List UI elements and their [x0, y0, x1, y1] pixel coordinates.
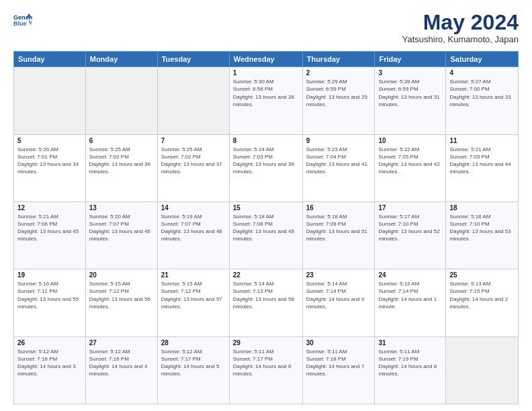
- cell-details: Sunrise: 5:27 AMSunset: 7:00 PMDaylight:…: [449, 78, 515, 108]
- calendar-cell: 7Sunrise: 5:25 AMSunset: 7:02 PMDaylight…: [157, 134, 229, 201]
- calendar-cell: 24Sunrise: 5:13 AMSunset: 7:14 PMDayligh…: [375, 269, 446, 336]
- cell-details: Sunrise: 5:18 AMSunset: 7:09 PMDaylight:…: [306, 213, 371, 243]
- calendar-cell: 21Sunrise: 5:15 AMSunset: 7:12 PMDayligh…: [157, 269, 229, 336]
- cell-details: Sunrise: 5:12 AMSunset: 7:16 PMDaylight:…: [89, 348, 154, 378]
- day-header-thursday: Thursday: [302, 52, 375, 67]
- cell-details: Sunrise: 5:17 AMSunset: 7:10 PMDaylight:…: [378, 213, 442, 243]
- calendar-cell: 19Sunrise: 5:16 AMSunset: 7:11 PMDayligh…: [14, 269, 86, 336]
- cell-details: Sunrise: 5:13 AMSunset: 7:15 PMDaylight:…: [449, 280, 515, 310]
- day-header-sunday: Sunday: [14, 52, 86, 67]
- day-number: 21: [161, 271, 226, 279]
- cell-details: Sunrise: 5:21 AMSunset: 7:06 PMDaylight:…: [17, 213, 82, 243]
- cell-details: Sunrise: 5:12 AMSunset: 7:17 PMDaylight:…: [161, 348, 226, 378]
- cell-details: Sunrise: 5:11 AMSunset: 7:18 PMDaylight:…: [306, 348, 371, 378]
- day-number: 18: [449, 204, 515, 212]
- cell-details: Sunrise: 5:16 AMSunset: 7:11 PMDaylight:…: [17, 280, 82, 310]
- day-number: 6: [89, 137, 154, 144]
- cell-details: Sunrise: 5:20 AMSunset: 7:07 PMDaylight:…: [89, 213, 154, 243]
- cell-details: Sunrise: 5:14 AMSunset: 7:13 PMDaylight:…: [233, 280, 299, 310]
- calendar-cell: 12Sunrise: 5:21 AMSunset: 7:06 PMDayligh…: [14, 201, 86, 269]
- cell-details: Sunrise: 5:11 AMSunset: 7:19 PMDaylight:…: [378, 348, 442, 378]
- calendar-cell: [14, 67, 86, 134]
- day-number: 10: [378, 137, 442, 144]
- subtitle: Yatsushiro, Kumamoto, Japan: [402, 34, 519, 44]
- calendar-cell: 31Sunrise: 5:11 AMSunset: 7:19 PMDayligh…: [375, 336, 446, 404]
- day-number: 15: [233, 204, 299, 212]
- calendar-cell: 26Sunrise: 5:12 AMSunset: 7:16 PMDayligh…: [14, 336, 86, 404]
- day-number: 2: [306, 69, 371, 77]
- calendar-cell: 27Sunrise: 5:12 AMSunset: 7:16 PMDayligh…: [85, 336, 157, 404]
- cell-details: Sunrise: 5:16 AMSunset: 7:10 PMDaylight:…: [449, 213, 515, 243]
- calendar-cell: 6Sunrise: 5:25 AMSunset: 7:02 PMDaylight…: [85, 134, 157, 201]
- cell-details: Sunrise: 5:18 AMSunset: 7:08 PMDaylight:…: [233, 213, 299, 243]
- cell-details: Sunrise: 5:22 AMSunset: 7:05 PMDaylight:…: [378, 146, 442, 176]
- calendar-cell: 2Sunrise: 5:29 AMSunset: 6:59 PMDaylight…: [302, 67, 375, 134]
- day-number: 13: [89, 204, 154, 212]
- cell-details: Sunrise: 5:19 AMSunset: 7:07 PMDaylight:…: [161, 213, 226, 243]
- cell-details: Sunrise: 5:21 AMSunset: 7:05 PMDaylight:…: [449, 146, 515, 176]
- calendar-cell: 9Sunrise: 5:23 AMSunset: 7:04 PMDaylight…: [302, 134, 375, 201]
- day-header-monday: Monday: [85, 52, 157, 67]
- page: General Blue May 2024 Yatsushiro, Kumamo…: [0, 0, 532, 411]
- day-number: 4: [449, 69, 515, 77]
- calendar-cell: 20Sunrise: 5:15 AMSunset: 7:12 PMDayligh…: [85, 269, 157, 336]
- svg-text:Blue: Blue: [13, 20, 27, 27]
- calendar-cell: 25Sunrise: 5:13 AMSunset: 7:15 PMDayligh…: [446, 269, 519, 336]
- day-number: 19: [17, 271, 82, 279]
- calendar-cell: 17Sunrise: 5:17 AMSunset: 7:10 PMDayligh…: [375, 201, 446, 269]
- calendar-cell: 14Sunrise: 5:19 AMSunset: 7:07 PMDayligh…: [157, 201, 229, 269]
- day-header-tuesday: Tuesday: [157, 52, 229, 67]
- cell-details: Sunrise: 5:15 AMSunset: 7:12 PMDaylight:…: [89, 280, 154, 310]
- day-number: 25: [449, 271, 515, 279]
- header: General Blue May 2024 Yatsushiro, Kumamo…: [13, 11, 519, 44]
- day-number: 12: [17, 204, 82, 212]
- calendar-cell: 30Sunrise: 5:11 AMSunset: 7:18 PMDayligh…: [302, 336, 375, 404]
- calendar-cell: [85, 67, 157, 134]
- calendar-cell: 5Sunrise: 5:26 AMSunset: 7:01 PMDaylight…: [14, 134, 86, 201]
- calendar-cell: 18Sunrise: 5:16 AMSunset: 7:10 PMDayligh…: [446, 201, 519, 269]
- day-number: 16: [306, 204, 371, 212]
- day-number: 20: [89, 271, 154, 279]
- calendar-table: SundayMondayTuesdayWednesdayThursdayFrid…: [13, 51, 519, 404]
- day-number: 17: [378, 204, 442, 212]
- calendar-cell: 28Sunrise: 5:12 AMSunset: 7:17 PMDayligh…: [157, 336, 229, 404]
- cell-details: Sunrise: 5:25 AMSunset: 7:02 PMDaylight:…: [161, 146, 226, 176]
- day-number: 27: [89, 339, 154, 347]
- cell-details: Sunrise: 5:24 AMSunset: 7:03 PMDaylight:…: [233, 146, 299, 176]
- calendar-cell: 29Sunrise: 5:11 AMSunset: 7:17 PMDayligh…: [229, 336, 302, 404]
- cell-details: Sunrise: 5:28 AMSunset: 6:59 PMDaylight:…: [378, 78, 442, 108]
- day-number: 22: [233, 271, 299, 279]
- cell-details: Sunrise: 5:12 AMSunset: 7:16 PMDaylight:…: [17, 348, 82, 378]
- logo-icon: General Blue: [13, 11, 32, 30]
- day-number: 31: [378, 339, 442, 347]
- calendar-cell: 15Sunrise: 5:18 AMSunset: 7:08 PMDayligh…: [229, 201, 302, 269]
- day-number: 14: [161, 204, 226, 212]
- day-number: 23: [306, 271, 371, 279]
- day-number: 28: [161, 339, 226, 347]
- calendar-cell: [157, 67, 229, 134]
- day-number: 3: [378, 69, 442, 77]
- day-number: 11: [449, 137, 515, 144]
- cell-details: Sunrise: 5:25 AMSunset: 7:02 PMDaylight:…: [89, 146, 154, 176]
- logo: General Blue: [13, 11, 32, 30]
- calendar-cell: 22Sunrise: 5:14 AMSunset: 7:13 PMDayligh…: [229, 269, 302, 336]
- calendar-cell: 16Sunrise: 5:18 AMSunset: 7:09 PMDayligh…: [302, 201, 375, 269]
- calendar-cell: 11Sunrise: 5:21 AMSunset: 7:05 PMDayligh…: [446, 134, 519, 201]
- calendar-cell: 8Sunrise: 5:24 AMSunset: 7:03 PMDaylight…: [229, 134, 302, 201]
- calendar-cell: 3Sunrise: 5:28 AMSunset: 6:59 PMDaylight…: [375, 67, 446, 134]
- title-block: May 2024 Yatsushiro, Kumamoto, Japan: [402, 11, 519, 44]
- cell-details: Sunrise: 5:13 AMSunset: 7:14 PMDaylight:…: [378, 280, 442, 310]
- day-number: 9: [306, 137, 371, 144]
- day-number: 1: [233, 69, 299, 77]
- day-number: 8: [233, 137, 299, 144]
- month-title: May 2024: [402, 11, 519, 34]
- day-header-saturday: Saturday: [446, 52, 519, 67]
- day-number: 26: [17, 339, 82, 347]
- calendar-cell: 10Sunrise: 5:22 AMSunset: 7:05 PMDayligh…: [375, 134, 446, 201]
- cell-details: Sunrise: 5:26 AMSunset: 7:01 PMDaylight:…: [17, 146, 82, 176]
- day-header-wednesday: Wednesday: [229, 52, 302, 67]
- calendar-cell: 4Sunrise: 5:27 AMSunset: 7:00 PMDaylight…: [446, 67, 519, 134]
- cell-details: Sunrise: 5:15 AMSunset: 7:12 PMDaylight:…: [161, 280, 226, 310]
- day-number: 5: [17, 137, 82, 144]
- calendar-cell: 13Sunrise: 5:20 AMSunset: 7:07 PMDayligh…: [85, 201, 157, 269]
